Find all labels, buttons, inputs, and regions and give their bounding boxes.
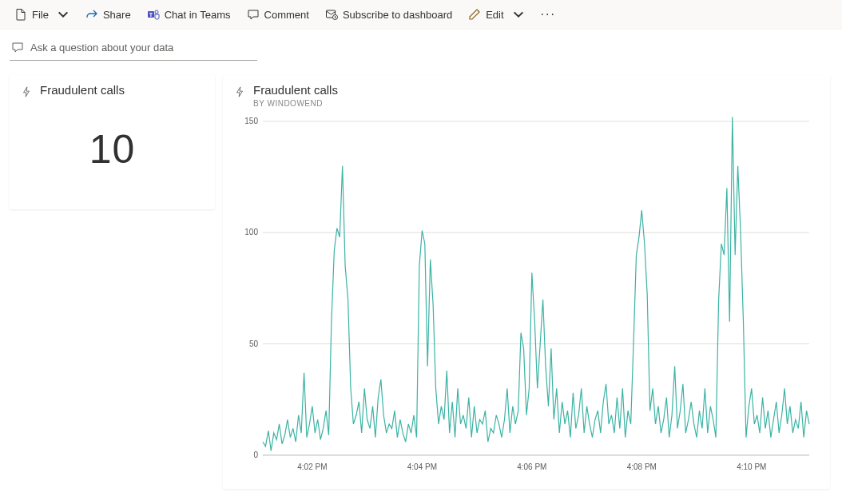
svg-point-2 (155, 10, 158, 14)
share-button[interactable]: Share (79, 5, 137, 24)
chat-teams-label: Chat in Teams (165, 9, 231, 21)
ellipsis-icon: ··· (541, 7, 556, 22)
file-icon (14, 8, 27, 21)
qa-input[interactable]: Ask a question about your data (10, 38, 257, 61)
chart-body: 0501001504:02 PM4:04 PM4:06 PM4:08 PM4:1… (239, 117, 814, 478)
svg-text:4:06 PM: 4:06 PM (517, 462, 546, 471)
comment-icon (11, 41, 24, 54)
svg-text:4:08 PM: 4:08 PM (627, 462, 657, 471)
share-icon (85, 8, 98, 21)
subscribe-icon (325, 8, 338, 21)
card-title: Fraudulent calls (40, 83, 125, 97)
line-chart: 0501001504:02 PM4:04 PM4:06 PM4:08 PM4:1… (239, 117, 814, 478)
comment-label: Comment (264, 9, 309, 21)
comment-button[interactable]: Comment (240, 5, 316, 24)
svg-text:50: 50 (249, 339, 259, 348)
chevron-down-icon (57, 8, 70, 21)
bolt-icon (234, 86, 245, 97)
svg-text:4:04 PM: 4:04 PM (407, 462, 437, 471)
tile-header: Fraudulent calls (21, 83, 204, 97)
svg-text:T: T (149, 12, 153, 18)
tile-header: Fraudulent calls BY WINDOWEND (234, 83, 819, 109)
chart-subtitle: BY WINDOWEND (253, 99, 338, 109)
chart-tile-fraudulent-calls[interactable]: Fraudulent calls BY WINDOWEND 0501001504… (223, 75, 830, 489)
subscribe-label: Subscribe to dashboard (343, 9, 452, 21)
comment-icon (247, 8, 260, 21)
svg-text:4:10 PM: 4:10 PM (737, 462, 766, 471)
chat-teams-button[interactable]: T Chat in Teams (141, 5, 237, 24)
edit-label: Edit (486, 9, 503, 21)
file-menu[interactable]: File (8, 5, 76, 24)
svg-text:100: 100 (244, 228, 258, 236)
file-label: File (32, 9, 49, 21)
qa-row: Ask a question about your data (0, 30, 842, 65)
card-value: 10 (21, 126, 204, 173)
share-label: Share (103, 9, 131, 21)
svg-text:4:02 PM: 4:02 PM (297, 462, 327, 471)
dashboard: Fraudulent calls 10 Fraudulent calls BY … (0, 65, 842, 498)
svg-text:150: 150 (244, 117, 258, 125)
pencil-icon (468, 8, 481, 21)
svg-text:0: 0 (253, 450, 258, 459)
bolt-icon (21, 86, 32, 97)
more-menu[interactable]: ··· (534, 4, 562, 25)
chart-title: Fraudulent calls (253, 83, 338, 97)
subscribe-button[interactable]: Subscribe to dashboard (319, 5, 459, 24)
chevron-down-icon (512, 8, 525, 21)
edit-menu[interactable]: Edit (462, 5, 530, 24)
toolbar: File Share T Chat in Teams Comment Subsc… (0, 0, 842, 30)
teams-icon: T (147, 8, 160, 21)
qa-placeholder: Ask a question about your data (30, 42, 173, 54)
card-tile-fraudulent-calls[interactable]: Fraudulent calls 10 (10, 75, 215, 209)
